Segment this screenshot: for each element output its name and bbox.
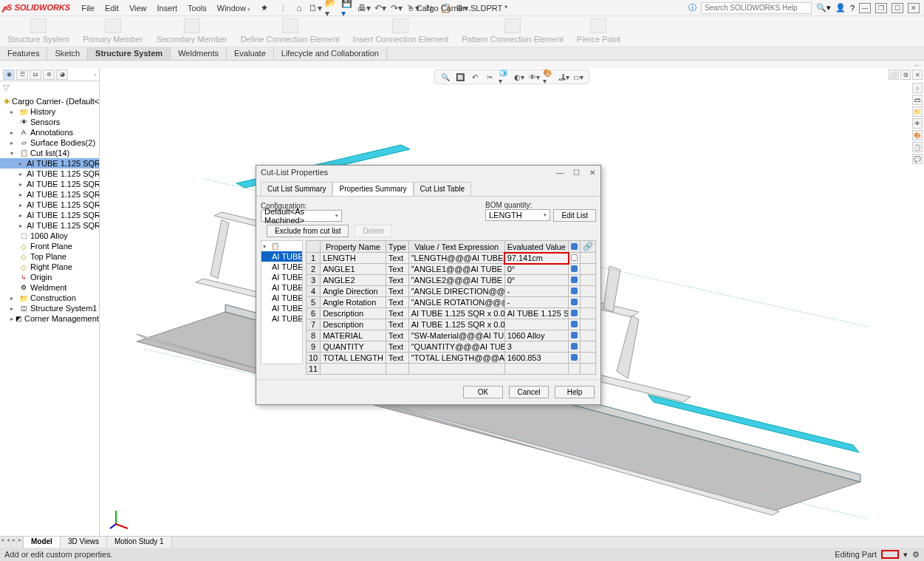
help-search-input[interactable]	[701, 2, 812, 14]
save-icon[interactable]: 💾▾	[341, 1, 355, 15]
minimize-button[interactable]: —	[859, 3, 871, 13]
ribtab-lifecycle[interactable]: Lifecycle and Collaboration	[274, 47, 387, 60]
maximize-button[interactable]: ☐	[892, 3, 903, 13]
cancel-button[interactable]: Cancel	[509, 386, 549, 398]
table-row[interactable]: 2ANGLE1Text"ANGLE1@@@AI TUBE 1.125 SQR x…	[306, 264, 595, 275]
tree-cutlist-item[interactable]: ▸AI TUBE 1.125 SQR x 0.035 WALL	[0, 179, 99, 189]
help-icon[interactable]: ?	[850, 4, 855, 13]
status-flag-icon[interactable]: ▾	[903, 550, 908, 560]
tree-surfaces[interactable]: ▸▱Surface Bodies(2)	[0, 137, 99, 148]
status-unit-highlight[interactable]	[881, 550, 899, 559]
th-propname[interactable]: Property Name	[321, 241, 386, 253]
tp-resources-icon[interactable]: ⌂	[912, 83, 923, 93]
rib-secondary-member[interactable]: Secondary Member	[154, 18, 230, 45]
bottom-scroll[interactable]: ◂◂▸▸	[0, 537, 24, 548]
th-value[interactable]: Value / Text Expression	[408, 241, 504, 253]
menu-window[interactable]: Window	[212, 4, 256, 13]
tp-explorer-icon[interactable]: 📁	[912, 106, 923, 117]
tree-weldment[interactable]: Weldment	[0, 282, 99, 293]
view-orient-icon[interactable]: 🧊▾	[499, 72, 510, 82]
tree-cutlist-item[interactable]: ▸AI TUBE 1.125 SQR x 0.035 WALL	[0, 210, 99, 220]
ribtab-sketch[interactable]: Sketch	[47, 47, 88, 60]
dialog-minimize-button[interactable]: —	[555, 167, 565, 177]
menu-insert[interactable]: Insert	[152, 4, 183, 13]
tree-material[interactable]: ⬚1060 Alloy	[0, 231, 99, 241]
undo-icon[interactable]: ↶▾	[374, 1, 387, 15]
close-button[interactable]: ✕	[908, 3, 920, 13]
ribtab-weldments[interactable]: Weldments	[171, 47, 227, 60]
dlg-item-list[interactable]: ▾ AI TUBE 1.125 SQR x 0.0AI TUBE 1.125 S…	[261, 240, 303, 364]
tree-origin[interactable]: Origin	[0, 272, 99, 282]
th-num[interactable]	[306, 241, 320, 253]
th-link[interactable]: 🔗	[581, 241, 596, 253]
th-type[interactable]: Type	[386, 241, 408, 253]
tp-custom-icon[interactable]: 📋	[912, 142, 923, 152]
table-row[interactable]: 6DescriptionTextAI TUBE 1.125 SQR x 0.03…	[306, 308, 595, 319]
dlg-list-item[interactable]: AI TUBE 1.125 SQR x 0.03	[261, 272, 302, 282]
status-gear-icon[interactable]: ⚙	[912, 550, 920, 560]
tree-structure-system[interactable]: ▸◫Structure System1	[0, 303, 99, 313]
dialog-maximize-button[interactable]: ☐	[571, 167, 581, 177]
table-row[interactable]: 7DescriptionTextAI TUBE 1.125 SQR x 0.03…	[306, 319, 595, 330]
tree-right-plane[interactable]: Right Plane	[0, 262, 99, 272]
tp-forum-icon[interactable]: 💬	[912, 154, 923, 164]
tree-cutlist-item[interactable]: ▸AI TUBE 1.125 SQR x 0.035 WALL	[0, 220, 99, 231]
tree-tab-dim[interactable]: ⊕	[43, 69, 55, 80]
dlg-list-item[interactable]: AI TUBE 1.125 SQR x 0.03	[261, 282, 302, 293]
tree-front-plane[interactable]: Front Plane	[0, 241, 99, 251]
table-row[interactable]: 1LENGTHText"LENGTH@@@AI TUBE 1.125 SQR x…	[306, 253, 595, 264]
rib-primary-member[interactable]: Primary Member	[80, 18, 146, 45]
vp-max-icon[interactable]: ⬜	[889, 69, 899, 80]
table-row[interactable]: 9QUANTITYText"QUANTITY@@@AI TUBE 1.125 S…	[306, 341, 595, 353]
table-row[interactable]: 11	[306, 364, 595, 375]
tree-cutlist-item[interactable]: ▸AI TUBE 1.125 SQR x 0.035 WALL	[0, 169, 99, 179]
btab-motion[interactable]: Motion Study 1	[107, 537, 172, 548]
ribbon-collapse[interactable]: ︿	[0, 61, 924, 68]
tp-view-icon[interactable]: 👁	[912, 118, 923, 129]
help-button[interactable]: Help	[555, 386, 595, 398]
help-bubble-icon[interactable]: ⓘ	[688, 2, 697, 13]
print-icon[interactable]: 🖶▾	[357, 1, 371, 15]
display-style-icon[interactable]: ◐▾	[513, 72, 525, 82]
ribtab-evaluate[interactable]: Evaluate	[227, 47, 274, 60]
tree-top-plane[interactable]: Top Plane	[0, 251, 99, 262]
dialog-close-button[interactable]: ✕	[587, 167, 598, 177]
tp-appearance-icon[interactable]: 🎨	[912, 130, 923, 140]
menu-view[interactable]: View	[124, 4, 152, 13]
btab-3dviews[interactable]: 3D Views	[61, 537, 107, 548]
bom-combo[interactable]: LENGTH	[485, 209, 550, 221]
tree-root-node[interactable]: ◈Cargo Carrier- (Default<As Machined>)	[0, 95, 99, 106]
home-icon[interactable]: ⌂	[292, 1, 306, 15]
rib-pattern-connection[interactable]: Pattern Connection Element	[459, 18, 567, 45]
table-row[interactable]: 10TOTAL LENGTHText"TOTAL LENGTH@@@AI TUB…	[306, 353, 595, 364]
dlg-list-item[interactable]: AI TUBE 1.125 SQR x 0.03	[261, 303, 302, 313]
restore-button[interactable]: ❐	[875, 3, 887, 13]
rib-define-connection[interactable]: Define Connection Element	[238, 18, 343, 45]
table-row[interactable]: 5Angle RotationText"ANGLE ROTATION@@@AI …	[306, 297, 595, 308]
menu-star-icon[interactable]: ★	[256, 3, 273, 13]
tree-tab-display[interactable]: ◕	[56, 69, 68, 80]
table-row[interactable]: 8MATERIALText"SW-Material@@@AI TUBE 1.12…	[306, 330, 595, 341]
prev-view-icon[interactable]: ↶	[469, 72, 481, 82]
section-icon[interactable]: ✂	[484, 72, 496, 82]
redo-icon[interactable]: ↷▾	[390, 1, 403, 15]
user-icon[interactable]: 👤	[835, 3, 846, 13]
dlg-list-item[interactable]: AI TUBE 1.125 SQR x 0.03	[261, 313, 302, 324]
rib-insert-connection[interactable]: Insert Connection Element	[350, 18, 452, 45]
tree-filter[interactable]: ▽	[0, 81, 99, 94]
th-chk1[interactable]	[569, 241, 581, 253]
table-row[interactable]: 3ANGLE2Text"ANGLE2@@@AI TUBE 1.125 SQR x…	[306, 275, 595, 286]
delete-button[interactable]: Delete	[355, 225, 392, 237]
tp-library-icon[interactable]: 🗃	[912, 95, 923, 105]
tree-history[interactable]: ▸History	[0, 106, 99, 117]
rib-pierce-point[interactable]: Pierce Point	[574, 18, 623, 45]
search-icon[interactable]: 🔍▾	[816, 3, 831, 13]
zoom-fit-icon[interactable]: 🔍	[439, 72, 451, 82]
ribtab-structure-system[interactable]: Structure System	[88, 47, 171, 60]
tree-cutlist-item[interactable]: ▸AI TUBE 1.125 SQR x 0.035 WALL	[0, 200, 99, 210]
tree-expand-icon[interactable]: ›	[94, 71, 96, 78]
dlg-list-item[interactable]: AI TUBE 1.125 SQR x 0.0	[261, 251, 302, 262]
tree-construction[interactable]: ▸Construction	[0, 293, 99, 303]
scene-icon[interactable]: 🏞▾	[558, 72, 569, 82]
menu-tools[interactable]: Tools	[182, 4, 212, 13]
